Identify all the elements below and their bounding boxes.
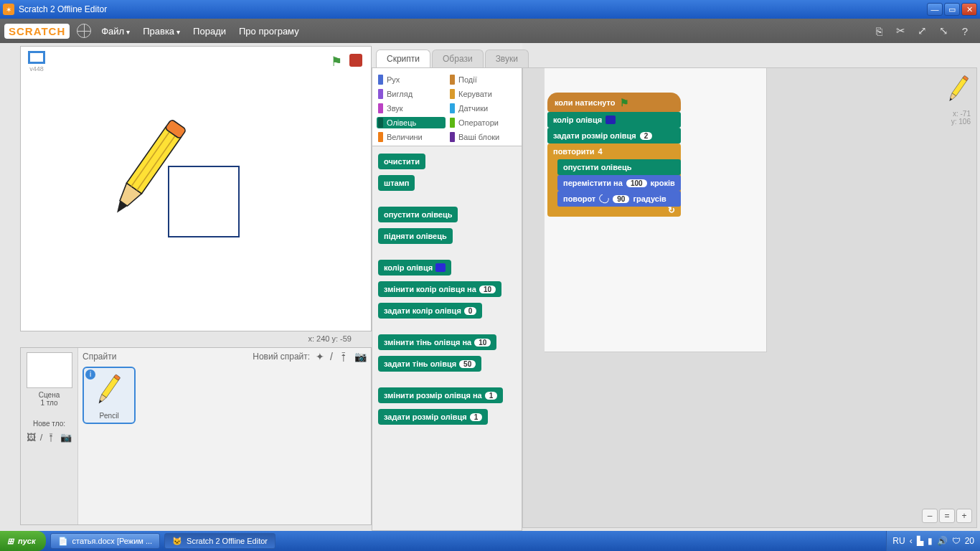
language-indicator[interactable]: RU	[892, 536, 905, 546]
sprite-item-label: Pencil	[84, 412, 134, 420]
sprite-paint-icon[interactable]: /	[330, 351, 333, 362]
block-set-color-to[interactable]: задати колір олівця0	[378, 303, 482, 319]
block-pen-down[interactable]: опустити олівець	[378, 207, 458, 222]
svg-rect-8	[102, 377, 119, 397]
menu-file[interactable]: Файл	[101, 26, 130, 37]
cat-looks[interactable]: Вигляд	[377, 88, 446, 100]
menu-edit[interactable]: Правка	[143, 26, 180, 37]
fullscreen-icon	[28, 51, 45, 64]
cat-more[interactable]: Ваші блоки	[448, 131, 517, 143]
stage-version: v448	[29, 65, 44, 72]
grow-icon[interactable]: ⤢	[914, 23, 930, 39]
color-arg[interactable]	[435, 263, 446, 272]
stage-mouse-readout: x: 240 y: -59	[0, 334, 352, 343]
block-set-size-to[interactable]: задати розмір олівця1	[378, 409, 488, 425]
block-palette: очистити штамп опустити олівець підняти …	[372, 146, 522, 531]
menu-about[interactable]: Про програму	[239, 26, 299, 37]
cat-operators[interactable]: Оператори	[448, 117, 517, 128]
backdrop-camera-icon[interactable]: 📷	[60, 432, 72, 443]
cat-data[interactable]: Величини	[377, 131, 446, 143]
new-sprite-label: Новий спрайт:	[253, 352, 310, 362]
scr-repeat[interactable]: повторити4 опустити олівець перемістити …	[547, 143, 681, 217]
stop-button[interactable]	[349, 54, 362, 67]
cat-pen[interactable]: Олівець	[377, 117, 446, 128]
cat-events[interactable]: Події	[448, 74, 517, 85]
sprites-title: Спрайти	[83, 352, 253, 362]
cat-sound[interactable]: Звук	[377, 103, 446, 114]
zoom-reset-button[interactable]: =	[939, 509, 955, 523]
green-flag-button[interactable]: ⚑	[331, 54, 342, 70]
pencil-sprite[interactable]	[110, 108, 189, 223]
windows-logo-icon: ⊞	[7, 537, 14, 546]
task-word-doc[interactable]: 📄статья.docx [Режим ...	[50, 533, 161, 549]
maximize-button[interactable]: ▭	[944, 3, 960, 16]
scr-pen-color[interactable]: колір олівця	[547, 112, 681, 128]
pencil-icon	[95, 371, 123, 407]
system-tray: RU ‹ ▙ ▮ 🔊 🛡 20	[886, 531, 980, 551]
tab-costumes[interactable]: Образи	[432, 50, 484, 67]
window-titlebar: ✶ Scratch 2 Offline Editor — ▭ ✕	[0, 0, 980, 19]
help-icon[interactable]: ?	[957, 23, 973, 39]
scr-set-size[interactable]: задати розмір олівця2	[547, 128, 681, 143]
block-pen-color[interactable]: колір олівця	[378, 260, 451, 276]
tray-volume-icon[interactable]: 🔊	[937, 536, 948, 546]
tray-chevron-icon[interactable]: ‹	[910, 536, 913, 546]
script-stack[interactable]: коли натиснуто⚑ колір олівця задати розм…	[547, 93, 681, 217]
scene-bg-count: 1 тло	[24, 399, 75, 407]
category-panel: Рух Події Вигляд Керувати Звук Датчики О…	[372, 67, 522, 146]
flag-icon: ⚑	[620, 97, 629, 108]
block-change-color-by[interactable]: змінити колір олівця на10	[378, 281, 501, 297]
zoom-out-button[interactable]: –	[922, 509, 938, 523]
tray-network-icon[interactable]: ▙	[917, 536, 923, 546]
block-set-shade-to[interactable]: задати тінь олівця50	[378, 356, 481, 372]
taskbar: ⊞ пуск 📄статья.docx [Режим ... 🐱Scratch …	[0, 531, 980, 551]
task-scratch[interactable]: 🐱Scratch 2 Offline Editor	[164, 533, 275, 549]
scene-label: Сцена	[24, 391, 75, 399]
zoom-in-button[interactable]: +	[956, 509, 972, 523]
stage-thumbnail[interactable]	[27, 352, 72, 388]
block-stamp[interactable]: штамп	[378, 175, 415, 191]
scr-turn[interactable]: поворот90градусів	[557, 191, 681, 207]
cat-motion[interactable]: Рух	[377, 74, 446, 85]
backdrop-upload-icon[interactable]: ⭱	[47, 432, 56, 443]
sprite-item-pencil[interactable]: i Pencil	[83, 367, 136, 424]
menu-tips[interactable]: Поради	[193, 26, 226, 37]
cat-sensing[interactable]: Датчики	[448, 103, 517, 114]
menubar: SCRATCH Файл Правка Поради Про програму …	[0, 19, 980, 43]
duplicate-icon[interactable]: ⎘	[871, 23, 887, 39]
stage-canvas[interactable]	[24, 72, 367, 325]
block-change-shade-by[interactable]: змінити тінь олівця на10	[378, 334, 496, 350]
tab-scripts[interactable]: Скрипти	[376, 50, 430, 67]
svg-rect-12	[952, 77, 967, 96]
fullscreen-button[interactable]: v448	[28, 51, 45, 72]
backdrop-paint-icon[interactable]: /	[40, 432, 43, 443]
scr-pen-down[interactable]: опустити олівець	[557, 159, 681, 175]
hat-when-flag-clicked[interactable]: коли натиснуто⚑	[547, 93, 681, 112]
block-change-size-by[interactable]: змінити розмір олівця на1	[378, 387, 503, 403]
start-button[interactable]: ⊞ пуск	[0, 531, 46, 551]
block-clear[interactable]: очистити	[378, 154, 425, 169]
stage-pane: Сцена 1 тло Нове тло: 🖼 / ⭱ 📷	[21, 348, 78, 524]
stage-frame: v448 ⚑	[20, 46, 372, 331]
sprite-info-icon[interactable]: i	[85, 369, 95, 380]
scr-move[interactable]: перемістити на100кроків	[557, 175, 681, 191]
close-button[interactable]: ✕	[961, 3, 977, 16]
center-column: Скрипти Образи Звуки Рух Події Вигляд Ке…	[372, 43, 522, 531]
sprite-indicator-icon	[948, 72, 969, 104]
block-pen-up[interactable]: підняти олівець	[378, 228, 453, 244]
tray-shield-icon[interactable]: 🛡	[952, 536, 961, 546]
tray-clock[interactable]: 20	[965, 536, 974, 546]
sprite-upload-icon[interactable]: ⭱	[339, 351, 349, 362]
app-body: v448 ⚑ x: 240 y: -59	[0, 43, 980, 531]
shrink-icon[interactable]: ⤡	[936, 23, 951, 39]
tray-signal-icon[interactable]: ▮	[928, 536, 933, 546]
tab-sounds[interactable]: Звуки	[485, 50, 529, 67]
script-area[interactable]: x: -71y: 106 коли натиснуто⚑ колір олівц…	[522, 67, 977, 528]
cat-control[interactable]: Керувати	[448, 88, 517, 100]
delete-icon[interactable]: ✂	[892, 23, 908, 39]
sprite-library-icon[interactable]: ✦	[316, 351, 324, 362]
minimize-button[interactable]: —	[927, 3, 943, 16]
language-icon[interactable]	[77, 24, 91, 38]
backdrop-library-icon[interactable]: 🖼	[27, 432, 36, 443]
sprite-camera-icon[interactable]: 📷	[354, 351, 367, 362]
